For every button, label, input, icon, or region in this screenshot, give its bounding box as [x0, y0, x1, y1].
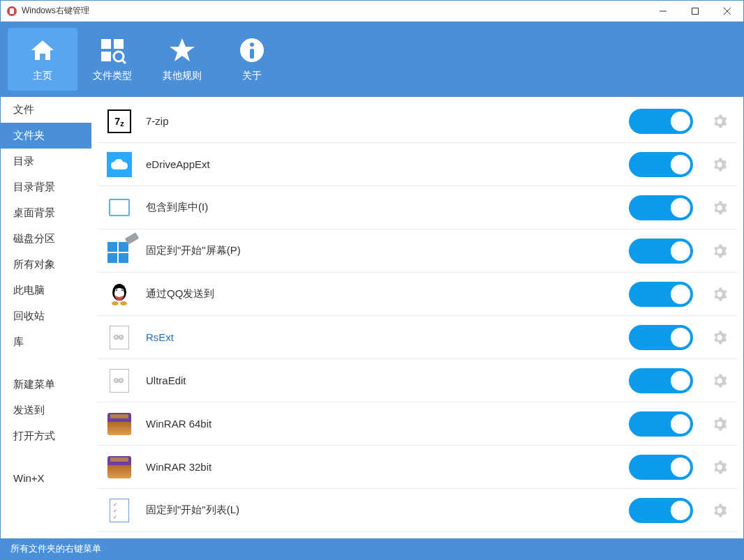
svg-point-18 [116, 289, 117, 291]
settings-gear-icon[interactable] [711, 372, 728, 389]
sidebar-item-recycle-bin[interactable]: 回收站 [1, 303, 91, 329]
enable-toggle[interactable] [629, 325, 693, 350]
enable-toggle[interactable] [629, 195, 693, 220]
item-label: 7-zip [146, 115, 629, 127]
toggle-knob [671, 155, 690, 174]
sidebar-item-label: Win+X [13, 472, 45, 484]
sidebar-item-label: 新建菜单 [13, 378, 55, 390]
status-bar: 所有文件夹的右键菜单 [1, 538, 743, 559]
list-item: 固定到"开始"列表(L) [97, 489, 738, 532]
titlebar: Windows右键管理 [1, 1, 743, 22]
svg-point-20 [112, 301, 119, 305]
item-icon-wrap: 7z [107, 109, 132, 134]
item-icon-wrap [107, 282, 132, 307]
sidebar-item-folder[interactable]: 文件夹 [1, 123, 91, 149]
nav-file-types-label: 文件类型 [93, 70, 132, 82]
list-item: WinRAR 32bit [97, 446, 738, 489]
nav-about-label: 关于 [242, 70, 262, 82]
svg-rect-3 [692, 8, 699, 14]
enable-toggle[interactable] [629, 109, 693, 134]
close-button[interactable] [711, 1, 743, 22]
item-label: RsExt [146, 331, 629, 343]
settings-gear-icon[interactable] [711, 329, 728, 346]
toggle-knob [671, 457, 690, 477]
sidebar-item-label: 桌面背景 [13, 206, 55, 218]
body: 文件 文件夹 目录 目录背景 桌面背景 磁盘分区 所有对象 此电脑 回收站 库 … [1, 97, 743, 538]
sidebar-item-disk-partition[interactable]: 磁盘分区 [1, 226, 91, 252]
sidebar-item-directory-bg[interactable]: 目录背景 [1, 174, 91, 200]
enable-toggle[interactable] [629, 282, 693, 307]
list-item: 7z7-zip [97, 100, 738, 143]
sidebar-separator [1, 449, 91, 466]
item-label: 通过QQ发送到 [146, 287, 629, 301]
sidebar-item-new-menu[interactable]: 新建菜单 [1, 372, 91, 398]
sidebar-item-file[interactable]: 文件 [1, 97, 91, 123]
sidebar-item-directory[interactable]: 目录 [1, 149, 91, 174]
item-icon-wrap [107, 239, 132, 264]
item-icon-wrap [107, 455, 132, 480]
settings-gear-icon[interactable] [711, 502, 728, 519]
list-item: 通过QQ发送到 [97, 273, 738, 316]
item-icon-wrap [107, 411, 132, 437]
svg-point-19 [121, 289, 123, 291]
toggle-knob [671, 371, 690, 391]
enable-toggle[interactable] [629, 239, 693, 264]
settings-gear-icon[interactable] [711, 199, 728, 216]
nav-about[interactable]: 关于 [217, 28, 287, 91]
settings-gear-icon[interactable] [711, 243, 728, 259]
item-label: 固定到"开始"列表(L) [146, 504, 629, 517]
grid-search-icon [98, 36, 126, 64]
checklist-icon [110, 499, 129, 522]
sidebar-item-all-objects[interactable]: 所有对象 [1, 252, 91, 278]
svg-rect-6 [101, 39, 111, 49]
7zip-icon: 7z [107, 109, 131, 133]
library-icon [109, 199, 130, 216]
enable-toggle[interactable] [629, 152, 693, 177]
sidebar-item-open-with[interactable]: 打开方式 [1, 423, 91, 449]
qq-icon [107, 282, 131, 306]
list-item: WinRAR 64bit [97, 402, 738, 446]
sidebar-item-label: 此电脑 [13, 284, 45, 296]
nav-other-rules[interactable]: 其他规则 [147, 28, 217, 91]
sidebar: 文件 文件夹 目录 目录背景 桌面背景 磁盘分区 所有对象 此电脑 回收站 库 … [1, 97, 91, 538]
list-item: RsExt [97, 316, 738, 359]
settings-gear-icon[interactable] [711, 286, 728, 303]
enable-toggle[interactable] [629, 455, 693, 480]
svg-point-12 [250, 43, 254, 47]
winrar-icon [107, 413, 131, 435]
sidebar-item-label: 文件夹 [13, 129, 45, 141]
sidebar-item-label: 磁盘分区 [13, 232, 55, 244]
sidebar-item-label: 目录 [13, 155, 34, 167]
enable-toggle[interactable] [629, 411, 693, 437]
sidebar-item-winx[interactable]: Win+X [1, 466, 91, 490]
sidebar-item-this-pc[interactable]: 此电脑 [1, 278, 91, 303]
app-icon [6, 6, 17, 17]
nav-file-types[interactable]: 文件类型 [77, 28, 147, 91]
minimize-button[interactable] [647, 1, 679, 22]
top-nav: 主页 文件类型 其他规则 关于 [1, 22, 743, 97]
settings-gear-icon[interactable] [711, 416, 728, 432]
sidebar-item-desktop-bg[interactable]: 桌面背景 [1, 200, 91, 226]
maximize-button[interactable] [679, 1, 711, 22]
enable-toggle[interactable] [629, 368, 693, 393]
item-list[interactable]: 7z7-zipeDriveAppExt包含到库中(I)固定到"开始"屏幕(P)通… [91, 97, 743, 538]
settings-gear-icon[interactable] [711, 459, 728, 476]
toggle-knob [671, 414, 690, 434]
sidebar-item-label: 文件 [13, 103, 34, 115]
nav-other-rules-label: 其他规则 [163, 70, 202, 82]
svg-rect-13 [250, 49, 254, 59]
toggle-knob [671, 285, 690, 304]
list-item: 包含到库中(I) [97, 186, 738, 229]
svg-point-21 [120, 301, 127, 305]
star-icon [168, 36, 196, 64]
enable-toggle[interactable] [629, 498, 693, 523]
nav-home[interactable]: 主页 [8, 28, 77, 91]
item-label: WinRAR 32bit [146, 461, 629, 473]
toggle-knob [671, 328, 690, 347]
sidebar-item-library[interactable]: 库 [1, 329, 91, 355]
window-title: Windows右键管理 [22, 5, 647, 17]
settings-gear-icon[interactable] [711, 156, 728, 173]
sidebar-item-send-to[interactable]: 发送到 [1, 398, 91, 423]
list-item: eDriveAppExt [97, 143, 738, 186]
settings-gear-icon[interactable] [711, 113, 728, 130]
